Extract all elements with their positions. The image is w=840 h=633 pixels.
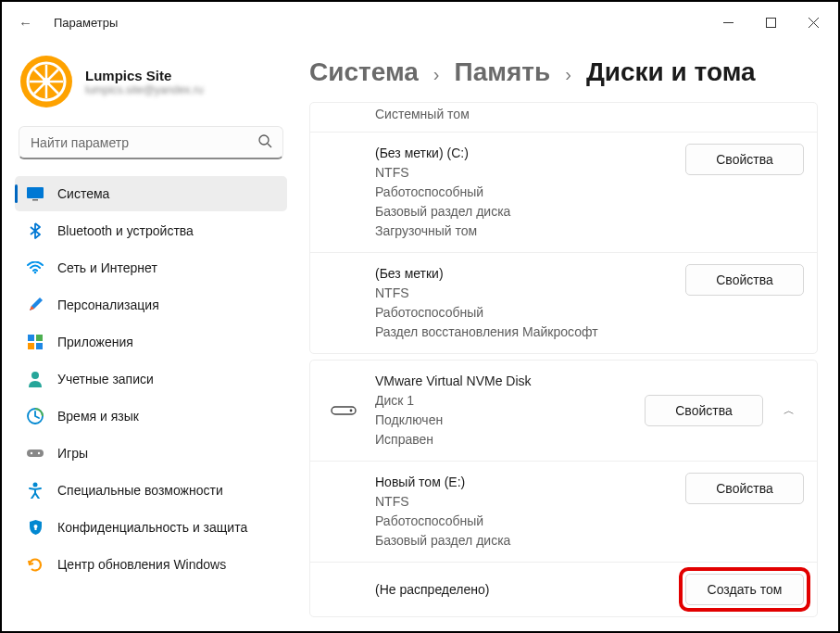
breadcrumb: Система › Память › Диски и тома — [309, 57, 818, 87]
minimize-button[interactable] — [707, 2, 749, 43]
svg-rect-17 — [28, 343, 34, 349]
crumb-disks: Диски и тома — [586, 57, 756, 87]
nav-time[interactable]: Время и язык — [15, 399, 287, 434]
wifi-icon — [26, 259, 44, 277]
disk1-section: VMware Virtual NVMe Disk Диск 1 Подключе… — [309, 360, 818, 617]
svg-rect-18 — [36, 343, 43, 349]
disk-icon — [323, 404, 364, 417]
disk1-header[interactable]: VMware Virtual NVMe Disk Диск 1 Подключе… — [310, 361, 817, 462]
properties-button[interactable]: Свойства — [685, 264, 804, 296]
properties-button[interactable]: Свойства — [645, 395, 763, 426]
accessibility-icon — [26, 481, 44, 500]
search-icon — [258, 134, 272, 151]
svg-rect-21 — [27, 449, 44, 457]
svg-point-22 — [31, 452, 32, 454]
brush-icon — [26, 296, 44, 314]
svg-point-24 — [33, 483, 38, 487]
nav-accounts[interactable]: Учетные записи — [15, 361, 287, 397]
svg-rect-13 — [32, 199, 38, 201]
svg-point-28 — [350, 410, 353, 412]
shield-icon — [26, 518, 44, 537]
chevron-up-icon[interactable]: ︿ — [774, 403, 804, 419]
avatar — [20, 56, 72, 108]
svg-point-19 — [31, 372, 39, 379]
nav-system[interactable]: Система — [15, 176, 287, 211]
person-icon — [26, 370, 44, 388]
update-icon — [26, 555, 44, 574]
volume-unallocated: (Не распределено) Создать том — [310, 563, 817, 616]
maximize-button[interactable] — [749, 2, 792, 43]
profile-name: Lumpics Site — [85, 68, 204, 83]
clock-icon — [26, 407, 44, 425]
nav-apps[interactable]: Приложения — [15, 324, 287, 360]
volume-system: Системный том — [310, 103, 817, 133]
chevron-right-icon: › — [565, 64, 571, 85]
close-button[interactable] — [792, 2, 834, 43]
properties-button[interactable]: Свойства — [685, 144, 804, 175]
titlebar: ← Параметры — [2, 2, 838, 43]
properties-button[interactable]: Свойства — [685, 473, 804, 504]
nav-personalization[interactable]: Персонализация — [15, 287, 287, 323]
display-icon — [26, 184, 44, 203]
gamepad-icon — [26, 444, 44, 462]
volume-recovery: (Без метки) NTFS Работоспособный Раздел … — [310, 253, 817, 353]
create-volume-button[interactable]: Создать том — [685, 574, 804, 605]
sidebar: Lumpics Site lumpics.site@yandex.ru Сист… — [2, 43, 298, 631]
nav-privacy[interactable]: Конфиденциальность и защита — [15, 510, 287, 545]
get-help-link[interactable]: Получить помощь — [309, 623, 818, 631]
svg-rect-26 — [34, 527, 36, 530]
nav-network[interactable]: Сеть и Интернет — [15, 250, 287, 285]
nav-gaming[interactable]: Игры — [15, 436, 287, 471]
svg-point-9 — [43, 78, 50, 85]
nav: Система Bluetooth и устройства Сеть и Ин… — [15, 176, 287, 582]
svg-rect-1 — [766, 18, 775, 27]
volume-e: Новый том (E:) NTFS Работоспособный Базо… — [310, 462, 817, 563]
highlight-box: Создать том — [679, 567, 810, 612]
profile-email: lumpics.site@yandex.ru — [85, 83, 204, 96]
nav-update[interactable]: Центр обновления Windows — [15, 547, 287, 582]
nav-bluetooth[interactable]: Bluetooth и устройства — [15, 213, 287, 248]
svg-rect-16 — [36, 335, 43, 341]
apps-icon — [26, 333, 44, 351]
bluetooth-icon — [26, 222, 44, 240]
search-input[interactable] — [19, 126, 283, 159]
svg-point-23 — [38, 452, 40, 454]
crumb-storage[interactable]: Память — [455, 57, 551, 87]
crumb-system[interactable]: Система — [309, 57, 419, 87]
back-icon[interactable]: ← — [19, 15, 37, 31]
svg-point-14 — [34, 272, 37, 274]
volume-c: (Без метки) (C:) NTFS Работоспособный Ба… — [310, 133, 817, 253]
disk0-section: Системный том (Без метки) (C:) NTFS Рабо… — [309, 102, 818, 354]
profile[interactable]: Lumpics Site lumpics.site@yandex.ru — [15, 50, 287, 122]
svg-point-10 — [259, 135, 269, 145]
nav-accessibility[interactable]: Специальные возможности — [15, 473, 287, 508]
svg-rect-12 — [27, 187, 44, 198]
svg-line-11 — [268, 144, 271, 147]
svg-rect-15 — [28, 335, 34, 341]
window-title: Параметры — [54, 16, 118, 30]
main-content: Система › Память › Диски и тома Системны… — [298, 43, 838, 631]
chevron-right-icon: › — [433, 64, 440, 85]
